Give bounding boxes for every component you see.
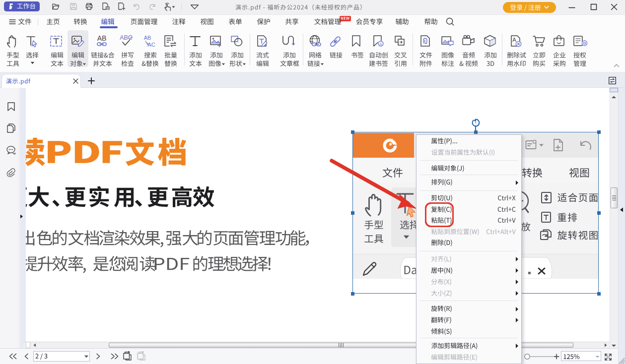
- svg-text:AB: AB: [144, 35, 151, 41]
- svg-text:AC: AC: [147, 42, 155, 48]
- svg-text:A: A: [512, 37, 516, 43]
- svg-text:A: A: [379, 42, 382, 47]
- svg-text:AB: AB: [97, 34, 107, 42]
